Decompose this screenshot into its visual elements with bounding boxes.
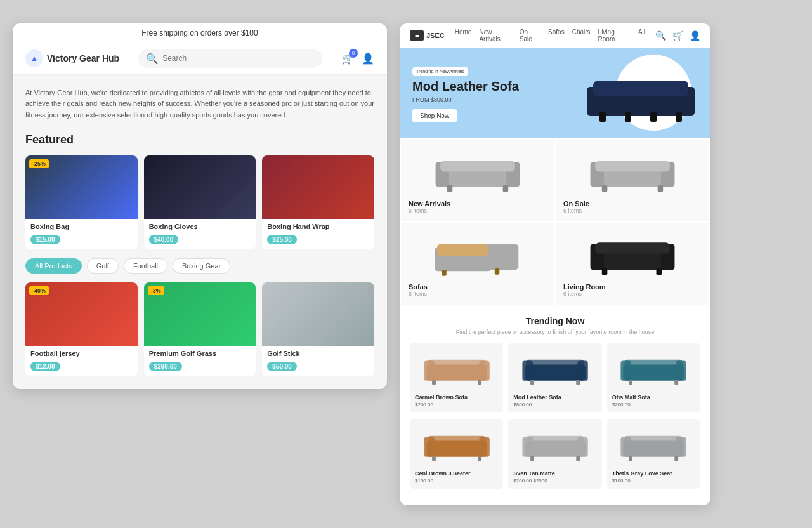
svg-rect-66 xyxy=(629,456,632,461)
product-card[interactable]: -40% Football jersey $12.00 xyxy=(25,282,138,376)
svg-rect-59 xyxy=(526,435,584,443)
product-name: Boxing Bag xyxy=(30,223,133,230)
discount-badge: -25% xyxy=(29,159,49,168)
category-image xyxy=(563,147,702,195)
price-tag: $15.00 xyxy=(30,235,60,244)
svg-rect-7 xyxy=(650,112,657,122)
category-card[interactable]: New Arrivals 6 items xyxy=(401,140,554,221)
right-search-icon[interactable]: 🔍 xyxy=(655,30,666,41)
hero-banner: Trending in New Arrivals Mod Leather Sof… xyxy=(400,48,710,138)
product-card[interactable]: Boxing Gloves $40.00 xyxy=(144,155,256,249)
category-count: 6 items xyxy=(409,291,547,297)
category-count: 6 items xyxy=(563,291,702,297)
svg-rect-48 xyxy=(629,380,632,385)
category-card[interactable]: On Sale 6 items xyxy=(556,140,709,221)
svg-rect-3 xyxy=(593,81,688,96)
right-cart-icon[interactable]: 🛒 xyxy=(672,30,683,41)
svg-rect-13 xyxy=(503,185,509,192)
shop-now-button[interactable]: Shop Now xyxy=(412,109,457,122)
svg-rect-24 xyxy=(442,270,447,276)
product-name: Football jersey xyxy=(30,350,133,357)
nav-item[interactable]: Home xyxy=(455,29,472,43)
search-bar[interactable]: 🔍 xyxy=(138,50,322,68)
trending-card[interactable]: Ceni Brown 3 Seater $150.00 xyxy=(410,419,503,489)
right-user-icon[interactable]: 👤 xyxy=(690,30,700,41)
trending-product-name: Sven Tan Matte xyxy=(513,470,596,477)
svg-rect-4 xyxy=(599,112,606,122)
right-logo: ☰ JSEC xyxy=(410,30,445,41)
trending-product-name: Thetis Gray Love Seat xyxy=(612,470,695,477)
svg-rect-60 xyxy=(530,456,534,461)
nav-item[interactable]: New Arrivals xyxy=(479,29,511,43)
product-card[interactable]: -25% Boxing Bag $15.00 xyxy=(25,155,138,249)
svg-rect-23 xyxy=(437,244,488,256)
logo-icon: ▲ xyxy=(25,50,43,67)
header-icons: 🛒 0 👤 xyxy=(341,53,374,65)
announcement-text: Free shipping on orders over $100 xyxy=(141,29,258,37)
right-logo-icon: ☰ xyxy=(410,30,424,41)
nav-item[interactable]: On Sale xyxy=(520,29,540,43)
trending-row1: Carmel Brown Sofa $200.00 Mod Leather So… xyxy=(410,343,700,412)
category-card[interactable]: Sofas 6 items xyxy=(401,223,554,305)
svg-rect-22 xyxy=(485,244,519,270)
featured-title: Featured xyxy=(25,133,374,147)
hero-title: Mod Leather Sofa xyxy=(412,79,519,94)
trending-card[interactable]: Carmel Brown Sofa $200.00 xyxy=(410,343,503,412)
svg-rect-12 xyxy=(447,185,453,192)
trending-product-price: $200.00 xyxy=(612,402,695,407)
trending-product-name: Otis Malt Sofa xyxy=(612,394,695,400)
featured-product-grid: -25% Boxing Bag $15.00 Boxing Gloves $40… xyxy=(25,155,374,249)
svg-rect-29 xyxy=(595,242,670,253)
filter-tab[interactable]: All Products xyxy=(25,258,82,274)
product-card[interactable]: Boxing Hand Wrap $25.00 xyxy=(262,155,374,249)
svg-rect-61 xyxy=(576,456,580,461)
category-card[interactable]: Living Room 6 items xyxy=(556,223,709,305)
left-content: At Victory Gear Hub, we're dedicated to … xyxy=(13,75,387,390)
svg-rect-35 xyxy=(428,359,486,367)
filtered-product-grid: -40% Football jersey $12.00 -3% Premium … xyxy=(25,282,374,376)
filter-tab[interactable]: Golf xyxy=(87,258,119,274)
right-header-icons: 🔍 🛒 👤 xyxy=(655,30,700,41)
filter-tab[interactable]: Football xyxy=(124,258,167,274)
right-screen: ☰ JSEC HomeNew ArrivalsOn SaleSofasChair… xyxy=(400,23,710,505)
category-name: Sofas xyxy=(409,283,547,291)
logo-text: Victory Gear Hub xyxy=(47,53,119,63)
cart-button[interactable]: 🛒 0 xyxy=(341,53,354,65)
user-icon[interactable]: 👤 xyxy=(362,53,374,65)
left-header: ▲ Victory Gear Hub 🔍 🛒 0 👤 xyxy=(13,43,387,75)
category-count: 6 items xyxy=(563,208,702,214)
trending-card[interactable]: Thetis Gray Love Seat $100.00 xyxy=(607,419,700,489)
nav-item[interactable]: Living Room xyxy=(598,29,631,43)
svg-rect-11 xyxy=(440,161,515,171)
filter-tab[interactable]: Boxing Gear xyxy=(173,258,230,274)
svg-rect-42 xyxy=(530,380,534,385)
nav-item[interactable]: All xyxy=(638,29,645,43)
announcement-bar: Free shipping on orders over $100 xyxy=(13,23,387,43)
search-input[interactable] xyxy=(162,54,315,63)
category-name: On Sale xyxy=(563,200,702,208)
trending-product-price: $150.00 xyxy=(415,478,498,484)
category-name: New Arrivals xyxy=(409,200,547,208)
price-tag: $25.00 xyxy=(267,235,297,244)
logo-area: ▲ Victory Gear Hub xyxy=(25,50,119,67)
featured-section: Featured -25% Boxing Bag $15.00 Boxing G… xyxy=(25,133,374,249)
product-name: Premium Golf Grass xyxy=(149,350,251,357)
svg-rect-41 xyxy=(526,359,584,367)
trending-card[interactable]: Otis Malt Sofa $200.00 xyxy=(607,343,700,412)
svg-rect-0 xyxy=(590,93,691,116)
nav-item[interactable]: Sofas xyxy=(548,29,565,43)
discount-badge: -3% xyxy=(148,286,164,295)
svg-rect-5 xyxy=(676,112,682,122)
right-nav: HomeNew ArrivalsOn SaleSofasChairsLiving… xyxy=(455,29,645,43)
trending-card[interactable]: Mod Leather Sofa $800.00 xyxy=(508,343,601,412)
product-card[interactable]: -3% Premium Golf Grass $290.00 xyxy=(144,282,256,376)
nav-item[interactable]: Chairs xyxy=(572,29,591,43)
product-card[interactable]: Golf Stick $50.00 xyxy=(262,282,374,376)
trending-card[interactable]: Sven Tan Matte $200.00 $2000 xyxy=(508,419,601,489)
discount-badge: -40% xyxy=(29,286,49,295)
trending-card-image xyxy=(513,425,596,466)
trending-product-price: $200.00 $2000 xyxy=(513,478,596,484)
search-icon: 🔍 xyxy=(146,53,159,65)
category-image xyxy=(409,147,547,195)
trending-card-image xyxy=(513,349,596,390)
